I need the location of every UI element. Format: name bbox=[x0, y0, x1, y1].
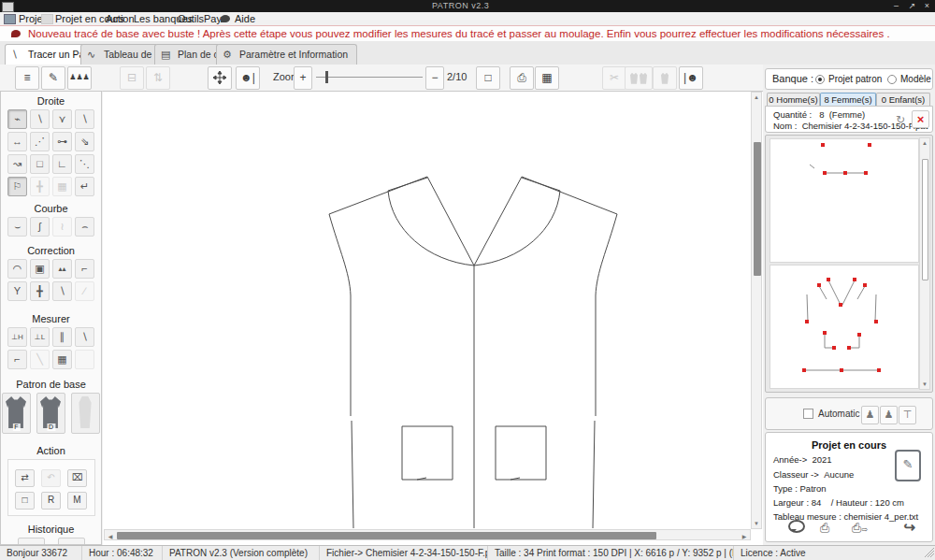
tool-correction-slant[interactable]: ∖ bbox=[52, 281, 72, 301]
tool-droite-tangent[interactable]: ↝ bbox=[7, 154, 27, 174]
tool-droite-horizontal[interactable]: ↔ bbox=[7, 132, 27, 151]
patron-base-front[interactable]: F bbox=[2, 393, 31, 434]
bank-tab-enfants[interactable]: 0 Enfant(s) bbox=[876, 93, 930, 106]
tool-mesurer-diagonal[interactable]: ∖ bbox=[75, 327, 94, 347]
vest-profile-icon bbox=[75, 396, 95, 428]
assistant-button[interactable]: ☻| bbox=[236, 66, 260, 90]
page-view-button[interactable]: □ bbox=[476, 66, 500, 90]
edit-document-icon[interactable]: ✎ bbox=[895, 450, 921, 481]
pan-button[interactable] bbox=[208, 66, 232, 90]
canvas-vertical-scrollbar[interactable]: ▲ ▼ bbox=[751, 92, 762, 529]
vscroll-thumb[interactable] bbox=[754, 142, 761, 276]
tool-mesurer-grid[interactable]: ▦ bbox=[52, 350, 72, 369]
bank-scroll-thumb[interactable] bbox=[922, 159, 928, 280]
tool-correction-split[interactable]: Y bbox=[7, 281, 27, 301]
bank-panel: Banque : Projet patron Modèle 0 Homme(s)… bbox=[763, 65, 935, 545]
child-icon-button[interactable]: ⊤ bbox=[899, 406, 916, 424]
tool-droite-join[interactable]: ⊶ bbox=[52, 132, 72, 151]
tool-droite-oblique[interactable]: ⋱ bbox=[75, 154, 94, 174]
tool-correction-cross[interactable]: ╋ bbox=[30, 281, 50, 301]
scroll-down-icon[interactable]: ▼ bbox=[920, 381, 929, 387]
history-forward-button[interactable]: ⇥ bbox=[18, 538, 45, 545]
tool-courbe-hook[interactable]: ⌢ bbox=[75, 217, 94, 237]
scroll-up-icon[interactable]: ▲ bbox=[752, 94, 761, 100]
printer-export-icon[interactable]: ⎙⇨ bbox=[852, 521, 868, 536]
hscroll-thumb[interactable] bbox=[117, 532, 656, 539]
thumbnail-item-1[interactable] bbox=[770, 138, 919, 263]
transfer-icon[interactable]: ↪ bbox=[903, 519, 915, 536]
menu-outils[interactable]: Outils bbox=[178, 12, 204, 25]
tool-mesurer-parallel[interactable]: ∥ bbox=[52, 327, 72, 347]
mannequin-talk-button[interactable]: |☻ bbox=[679, 66, 703, 90]
list-button[interactable]: ≡ bbox=[15, 66, 39, 90]
r-button[interactable]: R bbox=[41, 492, 61, 510]
tool-droite-fork[interactable]: ⋎ bbox=[52, 109, 72, 129]
zoom-in-button[interactable]: + bbox=[294, 66, 312, 90]
tool-droite-points[interactable]: ⋰ bbox=[30, 132, 50, 151]
print-button[interactable]: ⎙ bbox=[510, 66, 534, 90]
tool-correction-dart[interactable]: ◠ bbox=[7, 259, 27, 279]
tool-correction-step[interactable]: ⌐ bbox=[75, 259, 94, 279]
menu-action[interactable]: Action bbox=[106, 12, 135, 25]
tool-droite-polyline[interactable]: ⌁ bbox=[7, 109, 27, 129]
swap-arrows-button[interactable]: ⇄ bbox=[15, 469, 35, 487]
tool-droite-short-segment[interactable]: ∖ bbox=[75, 109, 94, 129]
blank-square-button[interactable]: □ bbox=[15, 492, 35, 510]
scroll-up-icon[interactable]: ▲ bbox=[920, 140, 929, 146]
minimize-icon[interactable]: – bbox=[889, 0, 903, 11]
folder-button: ⊟ bbox=[120, 66, 144, 90]
tool-droite-grid: ▦ bbox=[52, 177, 72, 196]
tool-droite-segment[interactable]: ∖ bbox=[30, 109, 50, 129]
printer-icon[interactable]: ⎙ bbox=[820, 521, 829, 536]
close-icon[interactable]: × bbox=[920, 0, 934, 11]
radio-projet-patron[interactable] bbox=[815, 75, 825, 84]
tab-parametre-et-information[interactable]: ⚙ Paramètre et Information bbox=[216, 44, 357, 65]
mannequins-button[interactable]: ♟♟♟ bbox=[67, 66, 92, 90]
tool-mesurer-height[interactable]: ⊥H bbox=[7, 327, 27, 347]
thumbnail-item-2[interactable] bbox=[770, 265, 919, 389]
delete-button[interactable]: ⌧ bbox=[67, 469, 87, 487]
zoom-out-button[interactable]: − bbox=[425, 66, 444, 90]
bank-tab-hommes[interactable]: 0 Homme(s) bbox=[767, 93, 820, 106]
bank-scrollbar[interactable]: ▲ ▼ bbox=[919, 137, 930, 390]
tool-correction-peaks[interactable]: ▴▴ bbox=[52, 259, 72, 279]
zoom-slider[interactable] bbox=[316, 77, 423, 78]
woman-icon-button[interactable]: ♟ bbox=[880, 406, 898, 424]
menu-aide[interactable]: Aide bbox=[235, 12, 255, 25]
tool-droite-flag[interactable]: ⚐ bbox=[7, 177, 27, 196]
tool-mesurer-corner[interactable]: ⌐ bbox=[7, 350, 27, 369]
patron-base-back[interactable]: D bbox=[36, 393, 65, 434]
bank-tab-femmes[interactable]: 8 Femme(s) bbox=[820, 93, 876, 106]
zoom-slider-thumb[interactable] bbox=[325, 71, 328, 83]
banque-label: Banque : bbox=[772, 73, 813, 84]
tool-mesurer-length[interactable]: ⊥L bbox=[30, 327, 50, 347]
refresh-icon[interactable]: ↻ bbox=[893, 112, 908, 127]
shirt-icon: ⊤ bbox=[903, 409, 913, 420]
man-icon-button[interactable]: ♟ bbox=[861, 406, 879, 424]
patron-base-row: F D bbox=[1, 393, 101, 434]
tool-droite-to-corner[interactable]: ⇘ bbox=[75, 132, 94, 151]
delete-pattern-button[interactable]: × bbox=[912, 110, 929, 128]
notification-icon bbox=[11, 30, 21, 37]
side-seam-left-lower bbox=[352, 421, 353, 528]
scroll-left-icon[interactable]: ◀ bbox=[107, 533, 114, 539]
tool-correction-bodice[interactable]: ▣ bbox=[30, 259, 50, 279]
scroll-right-icon[interactable]: ▶ bbox=[741, 533, 748, 539]
automatic-checkbox[interactable] bbox=[803, 409, 813, 419]
tool-courbe-concave[interactable]: ⌣ bbox=[7, 217, 27, 237]
radio-modele[interactable] bbox=[887, 75, 897, 84]
scroll-down-icon[interactable]: ▼ bbox=[752, 521, 761, 526]
m-button[interactable]: M bbox=[67, 492, 87, 510]
edit-button[interactable]: ✎ bbox=[41, 66, 65, 90]
canvas-horizontal-scrollbar[interactable]: ◀ ▶ bbox=[104, 529, 751, 540]
tool-droite-rectangle[interactable]: □ bbox=[30, 154, 50, 174]
tool-droite-perpendicular[interactable]: ∟ bbox=[52, 154, 72, 174]
pattern-canvas[interactable]: ▲ ▼ ◀ ▶ bbox=[103, 91, 763, 545]
comment-icon[interactable] bbox=[788, 520, 805, 533]
tool-droite-corner-arrow[interactable]: ↵ bbox=[75, 177, 94, 196]
history-back-button[interactable]: ⇤ bbox=[58, 538, 85, 545]
maximize-icon[interactable]: ↗ bbox=[905, 0, 919, 11]
grid-button[interactable]: ▦ bbox=[535, 66, 559, 90]
resize-grip[interactable] bbox=[925, 548, 934, 557]
tool-courbe-s[interactable]: ʃ bbox=[30, 217, 50, 237]
